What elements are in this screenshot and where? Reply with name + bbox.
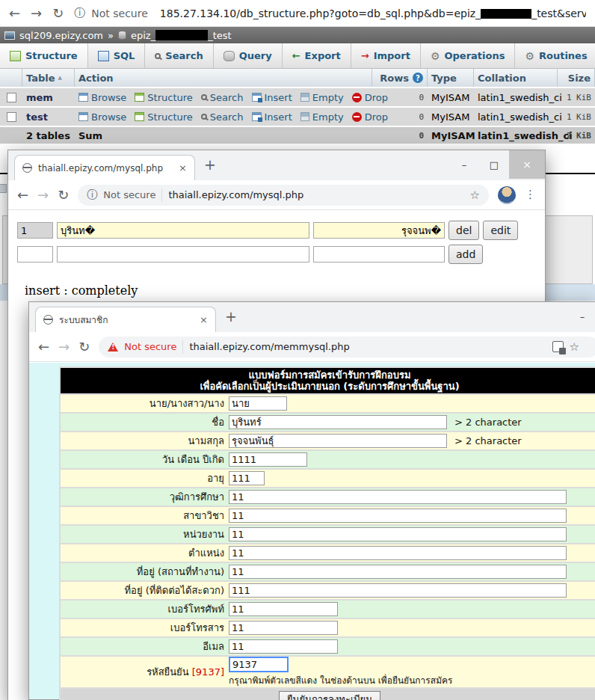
browser-tab[interactable]: thaiall.epizy.com/mysql.php × [14, 155, 195, 180]
translate-icon[interactable] [552, 341, 564, 352]
col-table: Table [26, 73, 55, 84]
education-input[interactable] [229, 490, 567, 504]
tab-sql[interactable]: SQL [88, 43, 146, 68]
action-insert[interactable]: Insert [252, 92, 292, 103]
action-insert[interactable]: Insert [252, 111, 292, 123]
action-empty[interactable]: Empty [300, 111, 344, 123]
collation: latin1_swedish_ci [474, 88, 558, 106]
position-input[interactable] [229, 546, 567, 560]
menu-icon[interactable]: ⋮ [525, 189, 536, 200]
info-icon[interactable]: ⓘ [74, 7, 85, 19]
address-bar[interactable]: ⓘ Not secure 185.27.134.10/db_structure.… [74, 7, 586, 20]
form-row: อายุ [61, 470, 595, 487]
close-button[interactable]: × [509, 150, 545, 179]
delete-button[interactable]: del [448, 221, 479, 240]
work-address-input[interactable] [229, 565, 567, 579]
email-input[interactable] [229, 639, 338, 654]
record-row: del edit [17, 221, 545, 240]
maximize-button[interactable]: □ [479, 150, 509, 179]
tab-export[interactable]: ←Export [283, 43, 351, 68]
breadcrumb-db[interactable]: epiz__test [131, 30, 232, 41]
breadcrumb-server[interactable]: sql209.epizy.com [19, 30, 103, 41]
record-surname-field[interactable] [313, 222, 445, 239]
action-structure[interactable]: Structure [135, 92, 192, 103]
edit-button[interactable]: edit [483, 221, 518, 240]
row-checkbox[interactable] [7, 93, 16, 102]
forward-icon: → [37, 188, 49, 202]
tab-query[interactable]: Query [214, 43, 283, 68]
verify-row: รหัสยืนยัน [9137] กรุณาพิมพ์ตัวเลขสีแดง … [61, 657, 595, 687]
profile-avatar[interactable] [498, 186, 516, 204]
contact-address-input[interactable] [229, 583, 567, 598]
reload-icon[interactable]: ↻ [78, 340, 90, 354]
fax-input[interactable] [229, 621, 338, 635]
main-browser-toolbar: ← → ↻ ⓘ Not secure 185.27.134.10/db_stru… [0, 0, 595, 27]
help-icon[interactable]: ? [413, 73, 423, 83]
back-icon[interactable]: ← [17, 188, 28, 202]
record-id-field[interactable] [17, 222, 53, 239]
empty-icon [300, 93, 309, 102]
row-checkbox[interactable] [7, 112, 16, 122]
window-titlebar[interactable]: thaiall.epizy.com/mysql.php × + – □ × [8, 150, 545, 180]
action-search[interactable]: Search [201, 92, 244, 103]
tab-import[interactable]: →Import [351, 43, 421, 68]
tab-close-icon[interactable]: × [179, 162, 187, 174]
new-tab-button[interactable]: + [225, 308, 237, 325]
back-icon[interactable]: ← [38, 340, 49, 354]
warning-icon [108, 343, 118, 351]
age-input[interactable] [229, 471, 265, 485]
bookmark-star-icon[interactable]: ☆ [570, 340, 579, 354]
new-tab-button[interactable]: + [204, 156, 216, 173]
bookmark-star-icon[interactable]: ☆ [470, 188, 480, 202]
address-bar[interactable]: Not secure thaiall.epizy.com/memmysql.ph… [99, 337, 595, 357]
forward-icon[interactable]: → [31, 7, 42, 20]
birthdate-input[interactable] [229, 452, 307, 467]
form-row: นามสกุล > 2 character [61, 432, 595, 449]
lastname-input[interactable] [229, 434, 447, 448]
organization-input[interactable] [229, 527, 567, 541]
row-count: 0 [372, 108, 428, 126]
tab-structure[interactable]: Structure [0, 43, 88, 68]
firstname-input[interactable] [229, 415, 447, 429]
new-surname-field[interactable] [313, 246, 445, 262]
verify-code-input[interactable] [229, 657, 289, 672]
add-button[interactable]: add [448, 245, 483, 264]
print-view-icon [0, 184, 7, 193]
structure-icon [135, 93, 144, 102]
back-icon[interactable]: ← [9, 7, 20, 20]
table-name[interactable]: mem [22, 88, 75, 106]
submit-button[interactable]: ยืนยันการลงทะเบียน [279, 691, 380, 700]
action-browse[interactable]: Browse [78, 111, 126, 123]
phone-input[interactable] [229, 602, 338, 616]
sum-rows: 0 [372, 127, 428, 144]
major-input[interactable] [229, 509, 567, 523]
table-name[interactable]: test [22, 108, 75, 126]
minimize-button[interactable]: – [567, 302, 595, 331]
action-empty[interactable]: Empty [300, 92, 344, 103]
insert-icon [252, 112, 262, 121]
new-name-field[interactable] [57, 246, 309, 262]
validation-hint: > 2 character [454, 435, 522, 446]
window-titlebar[interactable]: ระบบสมาชิก × + – [29, 302, 595, 332]
tab-operations[interactable]: ⚙Operations [421, 43, 516, 68]
minimize-button[interactable]: – [449, 150, 479, 179]
record-name-field[interactable] [57, 222, 309, 239]
info-icon[interactable]: ⓘ [87, 188, 97, 202]
tab-close-icon[interactable]: × [200, 314, 208, 325]
action-browse[interactable]: Browse [78, 92, 126, 103]
query-icon [223, 51, 235, 61]
action-search[interactable]: Search [201, 111, 244, 123]
form-row: ชื่อ > 2 character [61, 414, 595, 431]
tab-search[interactable]: Search [145, 43, 213, 68]
browser-tab[interactable]: ระบบสมาชิก × [35, 307, 216, 332]
reload-icon[interactable]: ↻ [52, 7, 64, 20]
server-icon [4, 31, 15, 40]
search-icon [201, 94, 207, 100]
tab-routines[interactable]: ⚙Routines [515, 43, 595, 68]
new-id-field[interactable] [17, 246, 53, 262]
not-secure-label: Not secure [124, 341, 176, 352]
title-input[interactable] [229, 396, 287, 411]
action-structure[interactable]: Structure [135, 111, 192, 123]
address-bar[interactable]: ⓘ Not secure thaiall.epizy.com/mysql.php… [78, 185, 489, 206]
reload-icon[interactable]: ↻ [58, 188, 69, 202]
